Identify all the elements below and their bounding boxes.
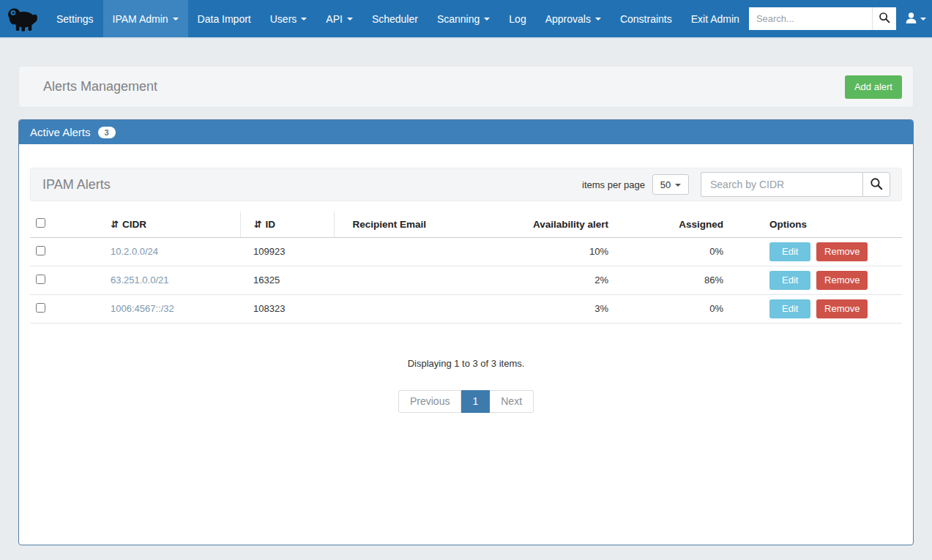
search-icon (879, 12, 890, 26)
alert-id: 16325 (240, 266, 334, 294)
column-header-assigned: Assigned (608, 212, 723, 237)
column-header-id[interactable]: ⇵ID (240, 212, 334, 237)
row-checkbox[interactable] (36, 275, 45, 284)
assigned-value: 0% (608, 294, 723, 323)
chevron-down-icon (920, 18, 926, 20)
edit-button[interactable]: Edit (769, 242, 810, 261)
app-logo[interactable] (0, 0, 47, 37)
chevron-down-icon (484, 18, 490, 20)
page-title: Alerts Management (43, 79, 157, 94)
availability-value: 2% (513, 266, 608, 294)
cidr-search (701, 172, 890, 197)
alerts-table: ⇵CIDR ⇵ID Recipient Email Availability a… (30, 212, 902, 324)
nav-item-scheduler[interactable]: Scheduler (362, 0, 428, 37)
row-checkbox[interactable] (36, 303, 45, 313)
nav-item-scanning[interactable]: Scanning (428, 0, 499, 37)
remove-button[interactable]: Remove (816, 299, 868, 318)
edit-button[interactable]: Edit (769, 299, 810, 318)
column-header-options: Options (723, 212, 902, 237)
cidr-link[interactable]: 1006:4567::/32 (111, 303, 174, 314)
column-header-email: Recipient Email (334, 212, 513, 237)
remove-button[interactable]: Remove (816, 271, 868, 290)
assigned-value: 0% (608, 237, 723, 266)
cidr-link[interactable]: 10.2.0.0/24 (111, 246, 158, 257)
availability-value: 3% (513, 294, 608, 323)
cidr-search-input[interactable] (701, 172, 862, 197)
panel-heading: Active Alerts 3 (19, 120, 913, 144)
table-summary: Displaying 1 to 3 of 3 items. (30, 358, 902, 369)
alert-id: 109923 (240, 237, 334, 266)
nav-item-approvals[interactable]: Approvals (536, 0, 611, 37)
chevron-down-icon (173, 18, 179, 20)
nav-item-log[interactable]: Log (499, 0, 535, 37)
mammoth-logo-icon (6, 4, 40, 34)
main-menu: Settings IPAM Admin Data Import Users AP… (47, 0, 749, 37)
sort-icon: ⇵ (254, 219, 262, 230)
table-controls: items per page 50 (582, 172, 890, 197)
edit-button[interactable]: Edit (769, 271, 810, 290)
add-alert-button[interactable]: Add alert (845, 75, 902, 99)
nav-item-exit-admin[interactable]: Exit Admin (682, 0, 749, 37)
alert-count-badge: 3 (98, 127, 116, 138)
panel-title: Active Alerts (30, 126, 91, 138)
table-row: 1006:4567::/32 108323 3% 0% Edit Remove (30, 294, 902, 323)
table-row: 63.251.0.0/21 16325 2% 86% Edit Remove (30, 266, 902, 294)
table-header-row: ⇵CIDR ⇵ID Recipient Email Availability a… (30, 212, 902, 237)
pagination: Previous 1 Next (30, 390, 902, 413)
user-menu[interactable] (905, 12, 926, 26)
nav-item-data-import[interactable]: Data Import (188, 0, 261, 37)
active-alerts-panel: Active Alerts 3 IPAM Alerts items per pa… (18, 119, 914, 545)
chevron-down-icon (301, 18, 307, 20)
recipient-email (334, 294, 513, 323)
cidr-link[interactable]: 63.251.0.0/21 (111, 275, 169, 285)
nav-item-settings[interactable]: Settings (47, 0, 103, 37)
availability-value: 10% (513, 237, 608, 266)
pagination-previous[interactable]: Previous (398, 390, 461, 413)
chevron-down-icon (675, 184, 681, 187)
nav-item-constraints[interactable]: Constraints (611, 0, 682, 37)
alert-id: 108323 (240, 294, 334, 323)
search-icon (870, 177, 883, 193)
table-title: IPAM Alerts (42, 177, 111, 193)
top-navbar: Settings IPAM Admin Data Import Users AP… (0, 0, 932, 39)
table-toolbar: IPAM Alerts items per page 50 (30, 168, 902, 201)
remove-button[interactable]: Remove (816, 242, 868, 261)
recipient-email (334, 237, 513, 266)
items-per-page-select[interactable]: 50 (652, 174, 689, 195)
column-header-cidr[interactable]: ⇵CIDR (111, 212, 240, 237)
row-checkbox[interactable] (36, 246, 45, 255)
pagination-next[interactable]: Next (490, 390, 534, 413)
sort-icon: ⇵ (111, 219, 119, 230)
nav-item-users[interactable]: Users (261, 0, 317, 37)
nav-item-api[interactable]: API (316, 0, 362, 37)
pagination-page-1[interactable]: 1 (461, 390, 490, 413)
nav-item-ipam-admin[interactable]: IPAM Admin (103, 0, 188, 37)
global-search-button[interactable] (872, 7, 896, 30)
user-icon (905, 12, 917, 26)
select-all-checkbox[interactable] (36, 218, 45, 228)
chevron-down-icon (595, 18, 601, 20)
cidr-search-button[interactable] (862, 172, 890, 197)
page-header: Alerts Management Add alert (18, 66, 914, 108)
assigned-value: 86% (608, 266, 723, 294)
recipient-email (334, 266, 513, 294)
items-per-page-label: items per page (582, 179, 645, 190)
navbar-right (749, 0, 932, 37)
table-row: 10.2.0.0/24 109923 10% 0% Edit Remove (30, 237, 902, 266)
global-search (749, 7, 896, 30)
page-content: Alerts Management Add alert Active Alert… (0, 66, 932, 545)
chevron-down-icon (347, 18, 353, 20)
column-header-availability: Availability alert (513, 212, 608, 237)
global-search-input[interactable] (749, 7, 872, 30)
panel-body: IPAM Alerts items per page 50 (19, 144, 913, 545)
